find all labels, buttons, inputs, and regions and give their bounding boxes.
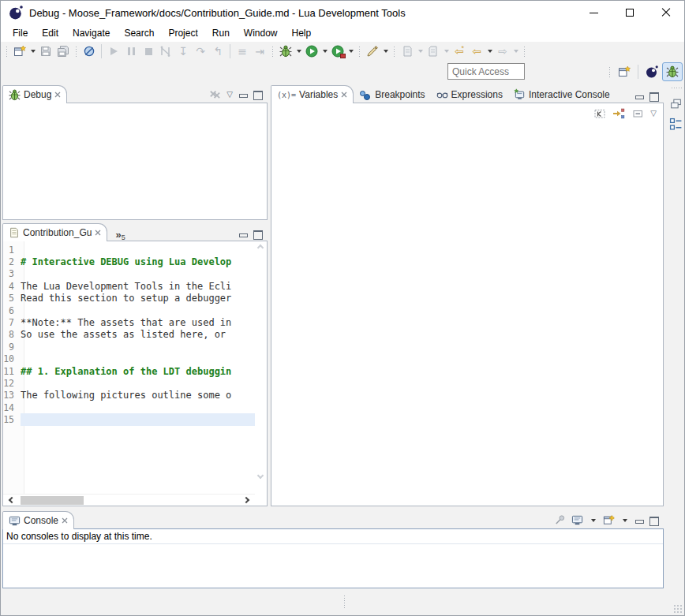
open-console-dropdown[interactable] (620, 515, 629, 526)
close-icon[interactable] (62, 517, 68, 524)
editor-tab-overflow-button[interactable]: » 5 (107, 227, 129, 241)
minimize-view-button[interactable] (634, 92, 644, 100)
quick-access-input[interactable] (447, 63, 525, 80)
save-all-button[interactable] (54, 43, 72, 60)
debug-dropdown[interactable] (294, 43, 303, 60)
restore-views-icon[interactable] (669, 97, 683, 110)
horizontal-scrollbar[interactable] (3, 494, 255, 506)
tab-interactive-console[interactable]: Interactive Console (508, 85, 616, 103)
external-tools-button[interactable] (329, 43, 346, 60)
maximize-view-button[interactable] (253, 230, 263, 238)
debug-view-content[interactable] (2, 103, 268, 220)
show-type-names-icon[interactable] (593, 107, 606, 120)
remove-terminated-launches-icon[interactable] (209, 88, 221, 100)
step-into-button[interactable]: ↧ (174, 43, 192, 60)
last-edit-location-button[interactable]: ⇦ * (451, 43, 468, 60)
previous-annotation-dropdown[interactable] (442, 43, 451, 60)
window-maximize-button[interactable] (612, 1, 648, 24)
terminate-button[interactable] (140, 43, 157, 60)
trim-drag-handle[interactable] (670, 86, 683, 90)
scroll-left-icon[interactable] (9, 497, 15, 503)
display-selected-console-icon[interactable] (571, 514, 583, 526)
collapse-all-icon[interactable] (631, 107, 644, 120)
display-console-dropdown[interactable] (589, 515, 597, 526)
status-trim-handle[interactable] (342, 594, 346, 608)
minimize-view-button[interactable] (634, 517, 644, 525)
next-annotation-button[interactable] (399, 43, 416, 60)
close-icon[interactable] (95, 230, 101, 236)
marker-pen-button[interactable] (364, 43, 381, 60)
code-area[interactable]: 1 2# Interactive DEBUG using Lua Develop… (3, 244, 255, 426)
scrollbar-track[interactable] (19, 496, 239, 505)
use-step-filters-button[interactable]: ≡ (234, 43, 251, 60)
marker-pen-dropdown[interactable] (381, 43, 390, 60)
suspend-button[interactable] (122, 43, 140, 60)
view-menu-icon[interactable]: ▽ (226, 90, 233, 99)
toolbar-drag-handle[interactable] (271, 45, 275, 58)
show-logical-structure-icon[interactable] (612, 107, 625, 120)
toolbar-drag-handle[interactable] (357, 45, 361, 58)
scroll-up-icon[interactable] (257, 245, 264, 251)
save-button[interactable] (37, 43, 54, 60)
close-icon[interactable] (341, 91, 347, 98)
tab-variables[interactable]: (x)= Variables (271, 85, 354, 103)
step-over-button[interactable]: ↷ (192, 43, 209, 60)
menu-navigate[interactable]: Navigate (66, 26, 117, 40)
maximize-view-button[interactable] (253, 91, 263, 99)
filter-config-button[interactable]: ⇥ (251, 43, 268, 60)
forward-dropdown[interactable] (511, 43, 520, 60)
menu-edit[interactable]: Edit (35, 26, 66, 40)
close-icon[interactable] (54, 91, 61, 98)
minimize-view-button[interactable] (238, 91, 248, 99)
view-menu-icon[interactable]: ▽ (650, 109, 657, 118)
resize-grip[interactable] (673, 604, 683, 614)
step-return-button[interactable]: ↰ (209, 43, 226, 60)
menu-help[interactable]: Help (285, 26, 319, 40)
tab-console[interactable]: Console (2, 511, 74, 529)
debug-perspective-button[interactable] (662, 62, 683, 81)
run-dropdown[interactable] (320, 43, 329, 60)
console-content[interactable]: No consoles to display at this time. (2, 528, 664, 588)
pin-console-icon[interactable] (554, 514, 566, 526)
variables-tree[interactable] (271, 123, 663, 506)
scroll-down-icon[interactable] (257, 472, 264, 479)
menu-window[interactable]: Window (237, 26, 285, 40)
scrollbar-thumb[interactable] (21, 496, 84, 505)
tab-contribution-guide[interactable]: Contribution_Gu (2, 223, 107, 241)
minimize-view-button[interactable] (238, 230, 248, 238)
lua-perspective-button[interactable] (642, 62, 662, 81)
tab-debug[interactable]: Debug (2, 85, 67, 103)
maximize-view-button[interactable] (649, 517, 659, 525)
back-button[interactable]: ⇦ (468, 43, 485, 60)
scroll-right-icon[interactable] (243, 497, 249, 503)
toolbar-drag-handle[interactable] (392, 45, 396, 58)
next-annotation-dropdown[interactable] (416, 43, 425, 60)
resume-button[interactable] (105, 43, 122, 60)
open-console-icon[interactable] (603, 514, 615, 526)
maximize-view-button[interactable] (649, 92, 659, 100)
new-wizard-dropdown[interactable] (28, 43, 37, 60)
tab-breakpoints[interactable]: Breakpoints (354, 85, 430, 103)
outline-view-icon[interactable] (669, 118, 683, 131)
debug-button[interactable] (277, 43, 294, 60)
menu-project[interactable]: Project (161, 26, 204, 40)
vertical-scrollbar[interactable] (255, 241, 267, 482)
perspective-drag-handle[interactable] (608, 65, 612, 78)
new-wizard-button[interactable] (11, 43, 28, 60)
menu-search[interactable]: Search (117, 26, 161, 40)
disconnect-button[interactable] (157, 43, 174, 60)
toolbar-drag-handle[interactable] (5, 45, 9, 58)
skip-all-breakpoints-button[interactable] (80, 43, 98, 60)
forward-button[interactable]: ⇨ (494, 43, 511, 60)
window-close-button[interactable] (648, 1, 684, 24)
toolbar-drag-handle[interactable] (74, 45, 78, 58)
menu-file[interactable]: File (6, 26, 35, 40)
toolbar-drag-handle[interactable] (522, 45, 526, 58)
editor-content[interactable]: 1 2# Interactive DEBUG using Lua Develop… (2, 241, 268, 506)
window-minimize-button[interactable] (575, 1, 612, 24)
previous-annotation-button[interactable] (425, 43, 442, 60)
open-perspective-button[interactable] (614, 62, 634, 81)
external-tools-dropdown[interactable] (346, 43, 355, 60)
menu-run[interactable]: Run (205, 26, 237, 40)
back-dropdown[interactable] (485, 43, 494, 60)
